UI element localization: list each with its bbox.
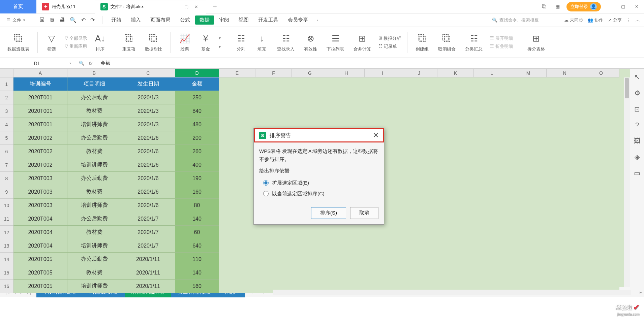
col-header-C[interactable]: C [121,69,175,77]
cell[interactable]: 400 [175,158,219,172]
text-to-columns-button[interactable]: ☷分列 [232,31,250,54]
cell[interactable]: 110 [175,253,219,266]
fund-button[interactable]: ￥基金 [196,31,215,54]
share-button[interactable]: ↗分享 [608,17,622,23]
command-search[interactable]: 🔍 查找命令、搜索模板 [492,17,559,23]
row-header-4[interactable]: 4 [0,118,13,131]
cell[interactable]: 2020T002 [13,145,67,158]
cell[interactable]: 教材费 [67,185,121,199]
tab-home[interactable]: 首页 [0,0,36,13]
select-all-corner[interactable] [0,69,13,77]
col-header-N[interactable]: N [547,69,583,77]
cell[interactable]: 2020T004 [13,239,67,253]
consolidate-button[interactable]: ⊞合并计算 [350,31,374,54]
row-header-9[interactable]: 9 [0,185,13,199]
row-header-15[interactable]: 15 [0,266,13,280]
split-sheet-button[interactable]: ⊞拆分表格 [524,31,548,54]
menu-插入[interactable]: 插入 [126,15,146,25]
cell[interactable]: 2020/1/7 [121,212,175,226]
cursor-icon[interactable]: ↖ [634,73,640,81]
col-header-E[interactable]: E [219,69,255,77]
reapply-button[interactable]: ▽重新应用 [65,43,87,50]
record-button[interactable]: ☷记录单 [378,43,401,50]
menu-会员专享[interactable]: 会员专享 [283,15,313,25]
filter-button[interactable]: ▽筛选 [42,31,61,54]
scroll-thumb[interactable] [625,78,629,98]
col-header-L[interactable]: L [474,69,510,77]
sort-button[interactable]: 排序(S) [311,207,346,219]
col-header-H[interactable]: H [328,69,365,77]
row-header-7[interactable]: 7 [0,158,13,172]
tab-restore-icon[interactable]: ▢ [182,3,191,11]
col-header-K[interactable]: K [437,69,474,77]
image-icon[interactable]: 🖾 [634,137,641,145]
cell[interactable]: 140 [175,212,219,226]
cell[interactable]: 640 [175,239,219,253]
menu-公式[interactable]: 公式 [175,15,195,25]
cell[interactable]: 金额 [175,77,219,91]
cell[interactable]: 培训讲师费 [67,280,121,293]
tab-docer[interactable]: ✦ 稻壳儿·双11 [36,0,95,13]
tab-file[interactable]: S 文件2：培训.xlsx ▢ ✕ [95,0,206,13]
tab-close-icon[interactable]: ✕ [192,3,201,11]
fx-icon[interactable]: fx [89,61,92,66]
collapse-ribbon-icon[interactable]: ︿ [636,17,640,23]
save-icon[interactable]: 🖫 [39,17,45,23]
col-header-A[interactable]: A [13,69,67,77]
cell[interactable]: 2020T004 [13,226,67,239]
save-as-icon[interactable]: 🗎 [50,17,55,23]
file-menu[interactable]: 文件 ▾ [4,17,28,24]
pivot-table-button[interactable]: ⿻数据透视表 [4,31,33,54]
dialog-titlebar[interactable]: S 排序警告 ✕ [254,128,384,142]
cell[interactable]: 260 [175,145,219,158]
col-header-I[interactable]: I [365,69,401,77]
sort-button[interactable]: A↓排序 [91,31,109,54]
menu-视图[interactable]: 视图 [234,15,253,25]
login-button[interactable]: 立即登录 👤 [566,2,601,11]
row-header-10[interactable]: 10 [0,199,13,212]
cell[interactable]: 840 [175,104,219,118]
cell[interactable]: 160 [175,185,219,199]
new-tab-button[interactable]: + [206,3,224,10]
row-header-8[interactable]: 8 [0,172,13,185]
cell[interactable]: 办公后勤费 [67,253,121,266]
cell[interactable]: 项目明细 [67,77,121,91]
undo-icon[interactable]: ↶ [81,17,86,23]
row-header-14[interactable]: 14 [0,253,13,266]
cell[interactable]: 培训讲师费 [67,118,121,131]
simulate-button[interactable]: ⊞模拟分析 [378,35,401,41]
redo-icon[interactable]: ↷ [90,17,95,23]
menu-开发工具[interactable]: 开发工具 [253,15,283,25]
zoom-icon[interactable]: 🔍 [79,61,84,66]
menu-overflow-icon[interactable]: › [314,18,321,23]
unsync-button[interactable]: ☁未同步 [564,17,583,23]
row-header-5[interactable]: 5 [0,131,13,145]
window-close-icon[interactable]: ✕ [632,2,641,11]
cell[interactable]: 2020T005 [13,266,67,280]
cell[interactable]: 2020T005 [13,280,67,293]
settings-icon[interactable]: ⚙ [634,89,640,97]
print-preview-icon[interactable]: 🔍 [70,17,76,23]
radio-current-input[interactable] [263,191,269,196]
row-header-6[interactable]: 6 [0,145,13,158]
cell[interactable]: 2020T003 [13,172,67,185]
cell[interactable]: 2020/1/11 [121,253,175,266]
cell[interactable]: 2020T004 [13,212,67,226]
menu-页面布局[interactable]: 页面布局 [146,15,175,25]
menu-开始[interactable]: 开始 [106,15,126,25]
print-icon[interactable]: 🖶 [60,17,65,23]
name-box[interactable]: D1 [0,58,74,68]
col-header-O[interactable]: O [583,69,619,77]
row-header-16[interactable]: 16 [0,280,13,293]
cell[interactable]: 培训讲师费 [67,239,121,253]
help-icon[interactable]: ? [635,121,639,129]
coop-button[interactable]: 👥协作 [588,17,603,23]
cell[interactable]: 140 [175,266,219,280]
template-icon[interactable]: ⊡ [634,105,640,113]
radio-expand-selection[interactable]: 扩展选定区域(E) [259,177,378,188]
radio-current-selection[interactable]: 以当前选定区域排序(C) [259,188,378,199]
cell[interactable]: 培训编号 [13,77,67,91]
cell[interactable]: 2020/1/11 [121,280,175,293]
cell[interactable]: 2020T003 [13,199,67,212]
row-header-11[interactable]: 11 [0,212,13,226]
